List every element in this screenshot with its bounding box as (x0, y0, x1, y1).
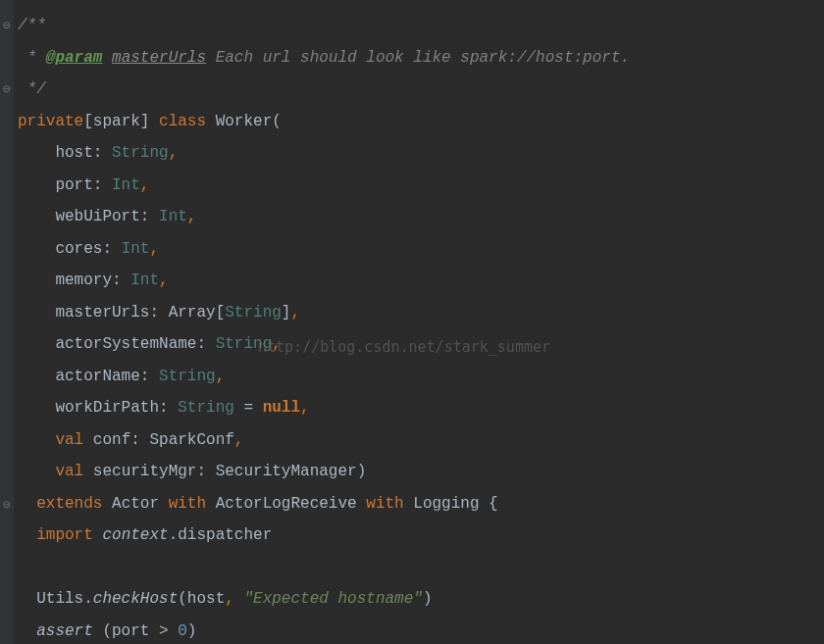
code-line: Utils.checkHost(host, "Expected hostname… (18, 583, 824, 616)
code-token: class (159, 113, 206, 130)
code-line: actorName: String, (18, 361, 824, 393)
code-editor[interactable]: /** * @param masterUrls Each url should … (18, 10, 824, 644)
code-token: Actor (102, 495, 168, 513)
code-token: = (234, 399, 263, 417)
code-line: val securityMgr: SecurityManager) (18, 456, 824, 488)
fold-icon-1[interactable]: ⊖ (2, 11, 12, 21)
code-token: securityMgr: SecurityManager) (83, 463, 366, 480)
code-token: String (159, 368, 216, 385)
code-line: */ (18, 74, 824, 106)
code-line: memory: Int, (18, 265, 824, 297)
code-token: conf: SparkConf (83, 431, 234, 449)
code-token: masterUrls: Array[ (55, 304, 225, 322)
code-token: String (216, 335, 273, 353)
code-token: ) (187, 622, 197, 640)
code-token: ] (282, 304, 291, 322)
code-token: host: (55, 144, 112, 162)
code-line: webUiPort: Int, (18, 201, 824, 233)
code-token: * (18, 49, 46, 67)
code-line: extends Actor with ActorLogReceive with … (18, 488, 824, 520)
code-token: spark (93, 113, 140, 130)
code-line: actorSystemName: String, (18, 328, 824, 361)
code-line: port: Int, (18, 170, 824, 202)
fold-icon-2[interactable]: ⊖ (2, 74, 12, 84)
code-token: Logging { (404, 495, 498, 513)
code-token: @param (46, 49, 103, 67)
code-token (93, 526, 103, 544)
code-token: Utils. (36, 590, 93, 608)
code-line: val conf: SparkConf, (18, 424, 824, 457)
code-token: port: (55, 176, 112, 194)
code-line: host: String, (18, 137, 824, 170)
code-token: ) (423, 590, 433, 608)
code-token: , (216, 368, 226, 385)
code-token: ActorLogReceive (206, 495, 366, 513)
code-line: workDirPath: String = null, (18, 392, 824, 424)
code-token: null (263, 399, 300, 417)
code-token: actorSystemName: (55, 335, 215, 353)
code-line: * @param masterUrls Each url should look… (18, 42, 824, 74)
code-token: , (149, 240, 159, 258)
code-line: import context.dispatcher (18, 520, 824, 552)
code-token: */ (18, 80, 46, 98)
code-token: , (169, 144, 179, 162)
code-token: import (36, 526, 93, 544)
code-token: String (112, 144, 169, 162)
code-token: extends (36, 495, 102, 513)
code-token: , (234, 431, 244, 449)
code-token: workDirPath: (55, 399, 178, 417)
code-token: Int (130, 272, 159, 289)
code-token: (host (178, 590, 225, 608)
code-token: cores: (55, 240, 121, 258)
code-token: actorName: (55, 368, 159, 385)
code-line: cores: Int, (18, 233, 824, 266)
code-line: /** (18, 10, 824, 42)
code-token: val (55, 463, 83, 480)
code-token: Int (122, 240, 150, 258)
code-token: /** (18, 17, 46, 34)
code-line (18, 552, 824, 584)
code-token: webUiPort: (55, 208, 159, 225)
code-token: "Expected hostname" (243, 590, 422, 608)
code-token: private (18, 113, 83, 130)
code-token: String (178, 399, 234, 417)
gutter: ⊖ ⊖ ⊖ (0, 0, 14, 644)
code-token: .dispatcher (169, 526, 273, 544)
code-token: , (272, 335, 282, 353)
code-token: , (187, 208, 197, 225)
code-token: [ (83, 113, 93, 130)
code-token: , (225, 590, 243, 608)
code-token: Each url should look like spark://host:p… (206, 49, 630, 67)
code-token: val (55, 431, 83, 449)
code-token: , (300, 399, 310, 417)
code-token: with (366, 495, 403, 513)
code-token (102, 49, 112, 67)
code-token: Worker( (206, 113, 282, 130)
code-token: , (159, 272, 169, 289)
code-token: ] (140, 113, 159, 130)
code-token: with (169, 495, 206, 513)
code-token: Int (112, 176, 140, 194)
code-token: context (102, 526, 168, 544)
code-token: (port > (93, 622, 178, 640)
code-line: private[spark] class Worker( (18, 106, 824, 138)
code-line: masterUrls: Array[String], (18, 297, 824, 329)
code-token: assert (36, 622, 93, 640)
code-token: String (225, 304, 282, 322)
code-token: checkHost (93, 590, 178, 608)
code-token: 0 (178, 622, 187, 640)
code-token: memory: (55, 272, 130, 289)
code-line: assert (port > 0) (18, 616, 824, 645)
code-token: Int (159, 208, 187, 225)
code-token: , (290, 304, 300, 322)
fold-icon-3[interactable]: ⊖ (2, 490, 12, 500)
code-token: masterUrls (112, 49, 206, 67)
code-token: , (140, 176, 150, 194)
